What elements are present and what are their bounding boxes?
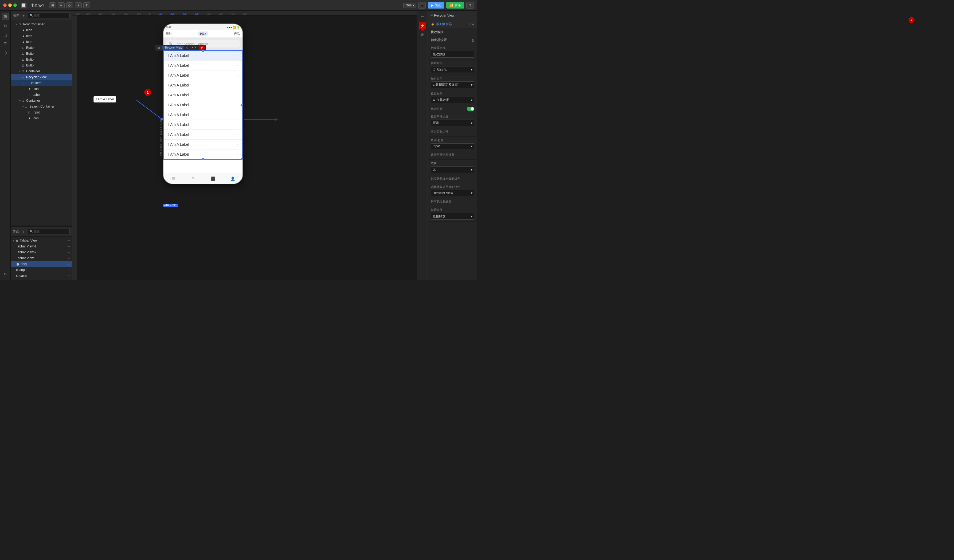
data-icon[interactable]: ☰	[2, 40, 9, 48]
fullscreen-button[interactable]	[13, 3, 17, 7]
tree-item-label1[interactable]: T Label	[11, 92, 72, 98]
rv-item-2[interactable]: I Am A Label ›	[164, 70, 242, 80]
close-button[interactable]	[3, 3, 7, 7]
tabbar-view-item[interactable]: ▾ ⊞ Tabbar View •••	[11, 238, 72, 243]
rv-item-8[interactable]: I Am A Label ›	[164, 130, 242, 140]
empty-view-item[interactable]: Empty View •••	[11, 278, 72, 280]
canvas-content[interactable]: 9:41 ●●● 📶 🔋 设计 101+ 产品 🔍 Enter Search C…	[72, 16, 417, 280]
rv-item-10[interactable]: I Am A Label ›	[164, 149, 242, 159]
rv-item-7[interactable]: I Am A Label ›	[164, 120, 242, 130]
minimize-button[interactable]	[8, 3, 12, 7]
select-return-select[interactable]: Recycler View ▾	[431, 190, 474, 196]
rv-item-4[interactable]: I Am A Label ›	[164, 90, 242, 100]
plugin-icon[interactable]: ⬡	[2, 49, 9, 57]
ct-lightning-btn[interactable]: ⚡	[199, 46, 204, 50]
floating-label-node[interactable]: I Am A Label	[94, 96, 116, 103]
rv-item-0[interactable]: I Am A Label ›	[164, 51, 242, 61]
selection-handle-bottom[interactable]	[202, 158, 204, 160]
tree-item-icon1[interactable]: ★ Icon	[11, 27, 72, 33]
rv-item-9[interactable]: I Am A Label ›	[164, 140, 242, 149]
tree-item-container1[interactable]: ▾ □ Container	[11, 68, 72, 74]
tree-item-button3[interactable]: ⊡ Button	[11, 57, 72, 62]
plus-icon[interactable]: +	[472, 22, 474, 26]
tree-item-root-container[interactable]: ▾ □ Root Container	[11, 21, 72, 27]
tree-item-list-item[interactable]: ▾ ☰ List Item	[11, 80, 72, 86]
ct-code-btn[interactable]: </>	[191, 46, 197, 50]
phone-status-icons: ●●● 📶 🔋	[227, 26, 240, 28]
success-select[interactable]: 无 ▾	[431, 166, 474, 173]
more-icon-tv[interactable]: •••	[67, 239, 70, 242]
components-icon[interactable]: ⊞	[2, 13, 9, 20]
data-event-select[interactable]: 查询 ▾	[431, 120, 474, 126]
tab-item-orange[interactable]: ⬛	[203, 173, 223, 184]
add-component-button[interactable]: +	[21, 13, 26, 18]
more-icon-shuaxin[interactable]: •••	[67, 274, 70, 277]
single-word-select[interactable]: Input ▾	[431, 143, 474, 149]
selection-handle-right[interactable]	[241, 104, 243, 106]
tabbar-view2-item[interactable]: Tabbar View-2 •••	[11, 249, 72, 255]
more-icon-tv2[interactable]: •••	[67, 251, 70, 254]
tree-item-recycler-view[interactable]: ▾ ☰ Recycler View	[11, 74, 72, 80]
tabbar-view3-item[interactable]: Tabbar View-3 •••	[11, 255, 72, 261]
tree-item-search-container[interactable]: ▾ □ Search Container	[11, 104, 72, 109]
tab-item-list[interactable]: ☰	[164, 173, 183, 184]
trigger-name-input[interactable]: 接收数据	[431, 51, 474, 58]
zoom-selector[interactable]: 76% ▾	[403, 3, 416, 8]
tree-item-container2[interactable]: ▾ □ Container	[11, 98, 72, 104]
star-tool-button[interactable]: ✦	[75, 2, 82, 8]
share-button[interactable]: ⇪	[466, 2, 474, 9]
more-icon-tv1[interactable]: •••	[67, 245, 70, 248]
add-trigger-row[interactable]: ⚡ 添加触发器 ? +	[428, 20, 477, 28]
pen-tool-button[interactable]: ✏	[58, 2, 65, 8]
trash-icon[interactable]: 🗑	[471, 39, 474, 42]
settings-icon[interactable]: ⚙	[2, 271, 9, 278]
tab-item-grid[interactable]: ⊞	[183, 173, 203, 184]
selection-handle-bottom-right[interactable]	[241, 158, 243, 160]
tree-item-icon2[interactable]: ★ Icon	[11, 33, 72, 39]
trigger-timing-select[interactable]: ⏱ 初始化 ▾	[431, 66, 474, 73]
publish-button[interactable]: 📶 发布	[446, 2, 464, 9]
components-search[interactable]: 🔍 搜索...	[28, 12, 70, 18]
device-toggle-button[interactable]: 📱	[418, 2, 426, 9]
right-pen-icon[interactable]: ✏	[419, 13, 426, 20]
preview-button[interactable]: ▶ 预览	[428, 2, 444, 9]
add-interface-button[interactable]: +	[21, 229, 26, 234]
tab-item-user[interactable]: 👤	[223, 173, 243, 184]
grid-tool-button[interactable]: ⊞	[49, 2, 56, 8]
rv-chevron-2: ›	[237, 73, 238, 77]
more-icon-sheji[interactable]: •••	[67, 263, 70, 266]
chanpin-item[interactable]: chanpin •••	[11, 267, 72, 273]
arrow-tool-button[interactable]: ⬆	[83, 2, 90, 8]
right-lightning-icon[interactable]: ⚡	[419, 22, 426, 30]
tree-item-icon4[interactable]: ★ Icon	[11, 86, 72, 92]
rv-item-6[interactable]: I Am A Label ›	[164, 110, 242, 120]
data-op-content: ⬇ 加载数据	[433, 98, 449, 102]
ct-grid-btn[interactable]: ⊞	[156, 46, 161, 50]
tree-item-button1[interactable]: ⊡ Button	[11, 45, 72, 51]
tree-item-button4[interactable]: ⊡ Button	[11, 62, 72, 68]
tree-item-icon3[interactable]: ★ Icon	[11, 39, 72, 45]
rv-item-1[interactable]: I Am A Label ›	[164, 61, 242, 70]
interface-search[interactable]: 🔍 搜索...	[28, 229, 70, 234]
tree-item-icon5[interactable]: ★ Icon	[11, 115, 72, 121]
tabbar-view1-item[interactable]: Tabbar View-1 •••	[11, 243, 72, 249]
tree-item-button2[interactable]: ⊡ Button	[11, 51, 72, 57]
sheji-item[interactable]: 🏠 sheji •••	[11, 261, 72, 267]
trigger-action-select[interactable]: ≡ 数据绑定及设置 ▾	[431, 81, 474, 88]
more-icon-tv3[interactable]: •••	[67, 257, 70, 260]
right-settings-icon[interactable]: ⚙	[419, 31, 426, 39]
more-icon-chanpin[interactable]: •••	[67, 269, 70, 271]
layers-icon[interactable]: ⧉	[2, 22, 9, 30]
data-operation-select[interactable]: ⬇ 加载数据 ▾	[431, 96, 474, 103]
shape-tool-button[interactable]: ◇	[66, 2, 73, 8]
precondition-select[interactable]: 直接触发 ▾	[431, 213, 474, 220]
help-circle-icon[interactable]: ?	[469, 22, 471, 26]
ct-recycler-btn[interactable]: ‹ Recycler View	[162, 46, 184, 50]
tree-item-input[interactable]: □ Input	[11, 109, 72, 115]
accumulate-toggle[interactable]	[467, 107, 474, 111]
assets-icon[interactable]: ⬚	[2, 31, 9, 39]
shuaxin-item[interactable]: shuaxin •••	[11, 273, 72, 278]
ct-resize-btn[interactable]: ⤡	[185, 46, 190, 50]
rv-item-3[interactable]: I Am A Label ›	[164, 80, 242, 90]
rv-item-5[interactable]: I Am A Label ›	[164, 100, 242, 110]
